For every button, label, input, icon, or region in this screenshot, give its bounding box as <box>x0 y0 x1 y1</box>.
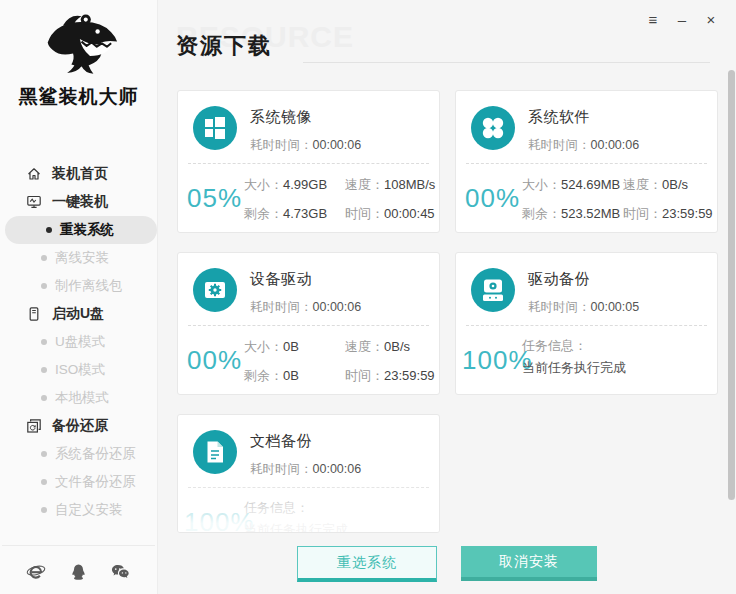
ie-icon[interactable] <box>26 562 46 582</box>
scrollbar <box>727 0 736 594</box>
reselect-system-button[interactable]: 重选系统 <box>297 546 437 582</box>
driver-backup-icon <box>471 268 515 312</box>
one-key-install-icon <box>26 194 42 210</box>
sidebar-footer <box>0 545 157 594</box>
elapsed-time: 耗时时间：00:00:06 <box>250 137 361 154</box>
button-label: 重选系统 <box>337 554 397 572</box>
bullet-icon <box>41 507 47 513</box>
bullet-icon <box>41 395 47 401</box>
app-logo: 黑鲨装机大师 <box>0 0 157 110</box>
sidebar-item-label: 系统备份还原 <box>55 445 136 463</box>
elapsed-time: 耗时时间：00:00:06 <box>250 299 361 316</box>
divider <box>188 325 429 326</box>
main-content: ≡ – × RESOURCE 资源下载 系统镜像 耗时时间：00:00:06 <box>158 0 736 594</box>
sidebar-item-label: ISO模式 <box>55 361 105 379</box>
sidebar-item-label: 文件备份还原 <box>55 473 136 491</box>
progress-percent: 00% <box>465 183 520 214</box>
elapsed-time: 耗时时间：00:00:06 <box>250 461 361 478</box>
page-header: RESOURCE 资源下载 <box>175 0 710 78</box>
minimize-icon[interactable]: – <box>673 9 691 29</box>
card-system-image: 系统镜像 耗时时间：00:00:06 05% 大小：4.99GB 速度：108M… <box>177 90 440 233</box>
progress-percent: 00% <box>187 345 242 376</box>
home-icon <box>26 166 42 182</box>
bullet-icon <box>41 451 47 457</box>
sidebar-item-local-mode[interactable]: 本地模式 <box>0 384 157 412</box>
card-title: 系统镜像 <box>250 108 361 127</box>
sidebar-item-file-backup-restore[interactable]: 文件备份还原 <box>0 468 157 496</box>
sidebar-item-label: 自定义安装 <box>55 501 123 519</box>
bullet-icon <box>41 255 47 261</box>
sidebar-item-label: U盘模式 <box>55 333 105 351</box>
elapsed-time: 耗时时间：00:00:06 <box>528 137 639 154</box>
sidebar: 黑鲨装机大师 装机首页 一键装机 重装系统 离线安装 <box>0 0 158 594</box>
bullet-icon <box>41 367 47 373</box>
scrollbar-thumb[interactable] <box>728 70 735 500</box>
sidebar-item-backup-restore[interactable]: 备份还原 <box>0 412 157 440</box>
close-icon[interactable]: × <box>702 9 720 29</box>
sidebar-item-custom-install[interactable]: 自定义安装 <box>0 496 157 524</box>
sidebar-item-label: 装机首页 <box>52 165 108 183</box>
sidebar-item-make-offline-package[interactable]: 制作离线包 <box>0 272 157 300</box>
sidebar-item-label: 启动U盘 <box>52 305 104 323</box>
elapsed-time: 耗时时间：00:00:05 <box>528 299 639 316</box>
download-stats: 大小：0B 速度：0B/s 剩余：0B 时间：23:59:59 <box>244 338 435 385</box>
sidebar-item-home[interactable]: 装机首页 <box>0 160 157 188</box>
bullet-icon <box>41 283 47 289</box>
card-title: 系统软件 <box>528 108 639 127</box>
menu-icon[interactable]: ≡ <box>644 9 662 29</box>
progress-percent: 100% <box>184 507 255 533</box>
card-driver-backup: 驱动备份 耗时时间：00:00:05 100% 任务信息： 当前任务执行完成 <box>455 252 718 395</box>
header-rule <box>303 62 710 63</box>
card-document-backup: 文档备份 耗时时间：00:00:06 100% 任务信息： 当前任务执行完成 <box>177 414 440 533</box>
card-device-driver: 设备驱动 耗时时间：00:00:06 00% 大小：0B 速度：0B/s 剩余：… <box>177 252 440 395</box>
sidebar-item-label: 本地模式 <box>55 389 109 407</box>
divider <box>466 325 707 326</box>
device-driver-icon <box>193 268 237 312</box>
document-backup-icon <box>193 430 237 474</box>
bullet-icon <box>41 339 47 345</box>
sidebar-item-label: 一键装机 <box>52 193 108 211</box>
divider <box>2 545 155 546</box>
sidebar-item-reinstall-system[interactable]: 重装系统 <box>5 216 157 244</box>
app-window: 黑鲨装机大师 装机首页 一键装机 重装系统 离线安装 <box>0 0 736 594</box>
sidebar-item-iso-mode[interactable]: ISO模式 <box>0 356 157 384</box>
card-title: 文档备份 <box>250 432 361 451</box>
progress-percent: 05% <box>187 183 242 214</box>
download-cards: 系统镜像 耗时时间：00:00:06 05% 大小：4.99GB 速度：108M… <box>177 90 736 533</box>
app-title: 黑鲨装机大师 <box>0 84 157 110</box>
backup-restore-icon <box>26 418 42 434</box>
window-controls: ≡ – × <box>644 9 720 29</box>
sidebar-item-one-key-install[interactable]: 一键装机 <box>0 188 157 216</box>
usb-boot-icon <box>26 306 42 322</box>
footer-actions: 重选系统 取消安装 <box>158 546 736 582</box>
divider <box>188 163 429 164</box>
divider <box>188 487 429 488</box>
download-stats: 大小：524.69MB 速度：0B/s 剩余：523.52MB 时间：23:59… <box>522 176 713 223</box>
sidebar-item-usb-mode[interactable]: U盘模式 <box>0 328 157 356</box>
bullet-icon <box>41 479 47 485</box>
card-title: 设备驱动 <box>250 270 361 289</box>
task-info: 任务信息： 当前任务执行完成 <box>522 335 626 379</box>
page-title: 资源下载 <box>176 31 272 61</box>
divider <box>466 163 707 164</box>
card-title: 驱动备份 <box>528 270 639 289</box>
system-image-icon <box>193 106 237 150</box>
card-system-software: 系统软件 耗时时间：00:00:06 00% 大小：524.69MB 速度：0B… <box>455 90 718 233</box>
shark-logo-icon <box>30 12 128 78</box>
button-label: 取消安装 <box>499 553 559 571</box>
sidebar-item-label: 制作离线包 <box>55 277 123 295</box>
task-info: 任务信息： 当前任务执行完成 <box>244 497 348 533</box>
sidebar-item-boot-usb[interactable]: 启动U盘 <box>0 300 157 328</box>
wechat-icon[interactable] <box>110 563 131 582</box>
qq-icon[interactable] <box>69 563 88 582</box>
sidebar-item-label: 离线安装 <box>55 249 109 267</box>
sidebar-nav: 装机首页 一键装机 重装系统 离线安装 制作离线包 <box>0 160 157 524</box>
sidebar-item-system-backup-restore[interactable]: 系统备份还原 <box>0 440 157 468</box>
sidebar-item-offline-install[interactable]: 离线安装 <box>0 244 157 272</box>
download-stats: 大小：4.99GB 速度：108MB/s 剩余：4.73GB 时间：00:00:… <box>244 176 435 223</box>
sidebar-item-label: 重装系统 <box>60 221 114 239</box>
sidebar-item-label: 备份还原 <box>52 417 108 435</box>
social-links <box>0 562 157 582</box>
cancel-install-button[interactable]: 取消安装 <box>461 546 597 581</box>
system-software-icon <box>471 106 515 150</box>
